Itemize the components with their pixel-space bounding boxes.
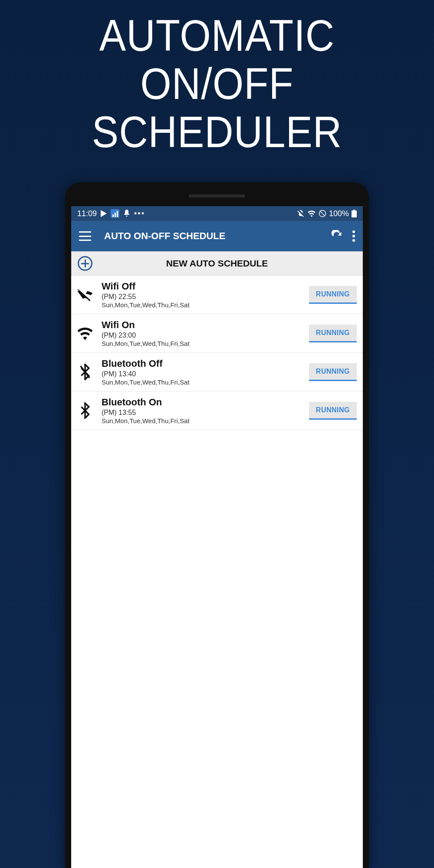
app-bar: AUTO ON-OFF SCHEDULE: [71, 221, 363, 251]
status-time: 11:09: [77, 209, 97, 218]
svg-line-1: [320, 211, 325, 216]
schedule-time: (PM) 13:55: [102, 409, 309, 417]
schedule-title: Wifi On: [102, 319, 309, 331]
marketing-line: SCHEDULER: [0, 108, 434, 156]
schedule-title: Bluetooth On: [102, 397, 309, 408]
schedule-days: Sun,Mon,Tue,Wed,Thu,Fri,Sat: [102, 417, 309, 424]
status-badge[interactable]: RUNNING: [309, 325, 357, 342]
marketing-line: ON/OFF: [0, 60, 434, 108]
marketing-headline: AUTOMATIC ON/OFF SCHEDULER: [0, 0, 434, 157]
phone-screen: 11:09 ••• 100% AUTO ON-OFF SCHEDULE: [71, 206, 363, 868]
schedule-days: Sun,Mon,Tue,Wed,Thu,Fri,Sat: [102, 340, 309, 347]
refresh-button[interactable]: [331, 230, 343, 242]
schedule-days: Sun,Mon,Tue,Wed,Thu,Fri,Sat: [102, 378, 309, 386]
schedule-item[interactable]: Wifi Off (PM) 22:55 Sun,Mon,Tue,Wed,Thu,…: [71, 276, 363, 314]
app-title: AUTO ON-OFF SCHEDULE: [104, 230, 331, 242]
schedule-days: Sun,Mon,Tue,Wed,Thu,Fri,Sat: [102, 301, 309, 309]
more-notifications-icon: •••: [134, 210, 145, 217]
phone-frame: 11:09 ••• 100% AUTO ON-OFF SCHEDULE: [65, 182, 369, 868]
svg-rect-2: [352, 210, 357, 217]
wifi-off-icon: [75, 284, 95, 305]
schedule-info: Wifi On (PM) 23:00 Sun,Mon,Tue,Wed,Thu,F…: [102, 319, 309, 347]
schedule-item[interactable]: Bluetooth Off (PM) 13:40 Sun,Mon,Tue,Wed…: [71, 353, 363, 391]
bluetooth-off-icon: [75, 362, 95, 382]
schedule-item[interactable]: Wifi On (PM) 23:00 Sun,Mon,Tue,Wed,Thu,F…: [71, 314, 363, 353]
marketing-line: AUTOMATIC: [0, 12, 434, 60]
svg-rect-3: [353, 210, 355, 210]
battery-icon: [352, 210, 357, 217]
schedule-title: Bluetooth Off: [102, 358, 309, 369]
status-left: 11:09 •••: [77, 209, 145, 218]
phone-speaker: [189, 194, 245, 197]
status-right: 100%: [297, 209, 357, 218]
schedule-time: (PM) 22:55: [102, 293, 309, 301]
wifi-icon: [307, 210, 316, 217]
app-notif-icon: [123, 210, 130, 217]
analytics-icon: [111, 209, 119, 218]
schedule-info: Wifi Off (PM) 22:55 Sun,Mon,Tue,Wed,Thu,…: [102, 281, 309, 309]
schedule-list: Wifi Off (PM) 22:55 Sun,Mon,Tue,Wed,Thu,…: [71, 276, 363, 868]
status-badge[interactable]: RUNNING: [309, 363, 357, 381]
no-signal-icon: [319, 210, 326, 217]
more-options-button[interactable]: [352, 230, 355, 242]
status-badge[interactable]: RUNNING: [309, 286, 357, 304]
status-bar: 11:09 ••• 100%: [71, 206, 363, 221]
schedule-time: (PM) 13:40: [102, 370, 309, 378]
hamburger-menu-button[interactable]: [79, 231, 91, 241]
wifi-on-icon: [75, 323, 95, 344]
schedule-item[interactable]: Bluetooth On (PM) 13:55 Sun,Mon,Tue,Wed,…: [71, 391, 363, 430]
new-schedule-label: NEW AUTO SCHEDULE: [72, 258, 362, 269]
schedule-time: (PM) 23:00: [102, 332, 309, 339]
vibrate-mute-icon: [297, 210, 305, 217]
bluetooth-on-icon: [75, 400, 95, 421]
battery-percentage: 100%: [329, 209, 349, 218]
schedule-info: Bluetooth Off (PM) 13:40 Sun,Mon,Tue,Wed…: [102, 358, 309, 386]
new-schedule-button[interactable]: NEW AUTO SCHEDULE: [71, 251, 363, 276]
schedule-title: Wifi Off: [102, 281, 309, 292]
status-badge[interactable]: RUNNING: [309, 402, 357, 420]
play-store-icon: [101, 210, 107, 217]
schedule-info: Bluetooth On (PM) 13:55 Sun,Mon,Tue,Wed,…: [102, 397, 309, 424]
